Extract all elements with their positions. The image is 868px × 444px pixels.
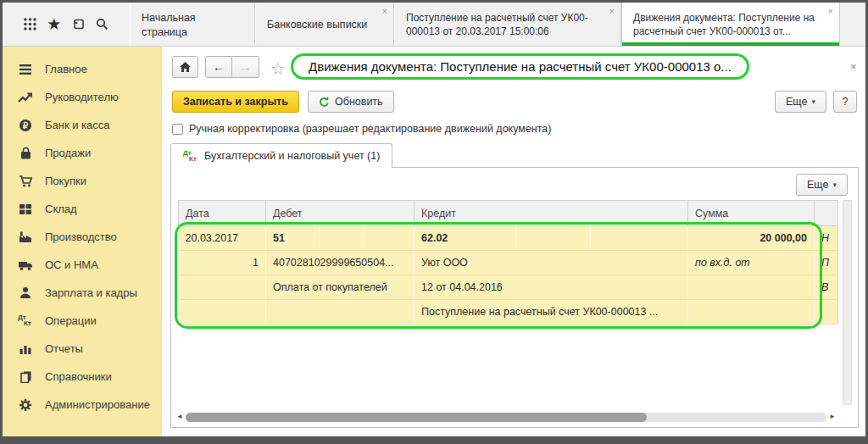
search-icon[interactable] <box>94 16 111 33</box>
sidebar-item-main[interactable]: Главное <box>3 55 161 83</box>
trend-icon <box>16 90 35 105</box>
forward-icon: → <box>240 60 252 74</box>
sidebar-item-label: Главное <box>45 63 87 75</box>
cell-date-current[interactable]: 20.03.2017 <box>179 226 266 251</box>
cell-empty[interactable] <box>266 300 415 325</box>
person-icon <box>16 286 35 301</box>
boxes-icon <box>16 202 35 217</box>
scroll-left-icon[interactable]: ◄ <box>176 413 183 420</box>
vertical-scrollbar[interactable] <box>843 200 852 405</box>
cell-sum[interactable]: 20 000,00 <box>688 226 815 251</box>
sidebar-item-manager[interactable]: Руководителю <box>3 83 161 111</box>
save-and-close-button[interactable]: Записать и закрыть <box>172 91 299 113</box>
cell-empty[interactable] <box>815 300 838 325</box>
cell-debit-analytics[interactable]: Оплата от покупателей <box>266 275 415 300</box>
cell-flag[interactable]: П <box>815 251 838 275</box>
svg-text:₽: ₽ <box>23 120 29 130</box>
sidebar-item-fixed-assets[interactable]: ОС и НМА <box>3 251 161 279</box>
cell-line-number[interactable]: 1 <box>179 251 266 275</box>
tab-close-icon[interactable]: × <box>828 7 833 16</box>
scroll-right-icon[interactable]: ► <box>829 413 836 420</box>
cell-flag[interactable]: Н <box>815 226 838 251</box>
tab-label: Движения документа: Поступление на расче… <box>633 12 817 38</box>
cell-empty[interactable] <box>516 226 591 251</box>
sidebar-item-bank-cash[interactable]: ₽ Банк и касса <box>3 111 161 139</box>
cell-empty[interactable] <box>179 300 266 325</box>
cell-debit-account[interactable]: 51 <box>266 226 320 251</box>
table-row[interactable]: Оплата от покупателей 12 от 04.04.2016 В <box>179 275 838 300</box>
column-header-credit: Кредит <box>415 201 688 226</box>
tab-label: Бухгалтерский и налоговый учет (1) <box>204 150 380 162</box>
refresh-button[interactable]: Обновить <box>308 91 394 113</box>
sidebar-item-label: Отчеты <box>45 342 83 355</box>
favorite-toggle-icon[interactable]: ☆ <box>270 58 286 79</box>
tab-bank-statements[interactable]: Банковские выписки × <box>255 3 394 46</box>
sidebar-item-purchases[interactable]: Покупки <box>3 167 161 195</box>
sidebar-item-label: Руководителю <box>45 91 119 103</box>
cell-empty[interactable] <box>688 300 815 325</box>
dtkt-icon: Дт Кт <box>183 150 198 163</box>
cell-empty[interactable] <box>688 275 815 300</box>
ruble-icon: ₽ <box>16 118 35 133</box>
sidebar-item-payroll-hr[interactable]: Зарплата и кадры <box>3 279 161 307</box>
forward-button[interactable]: → <box>232 56 259 78</box>
cell-debit-analytics[interactable]: 4070281029999650504... <box>266 251 415 275</box>
cell-credit-analytics[interactable]: Поступление на расчетный счет УК00-00001… <box>415 300 688 325</box>
more-button[interactable]: Еще ▾ <box>775 91 826 113</box>
sidebar-item-label: Зарплата и кадры <box>45 286 137 299</box>
sidebar-item-sales[interactable]: Продажи <box>3 139 161 167</box>
table-row[interactable]: 1 4070281029999650504... Уют ООО по вх.д… <box>179 251 838 275</box>
cell-sum-note[interactable]: по вх.д. от <box>688 251 815 275</box>
sidebar-item-label: ОС и НМА <box>45 258 98 271</box>
sidebar-item-label: Справочники <box>45 370 112 383</box>
sidebar-item-label: Операции <box>45 314 97 327</box>
cart-icon <box>16 174 35 189</box>
cell-credit-analytics[interactable]: 12 от 04.04.2016 <box>415 275 688 300</box>
sidebar-item-warehouse[interactable]: Склад <box>3 195 161 223</box>
cell-flag[interactable]: В <box>815 275 838 300</box>
sidebar-item-administration[interactable]: Администрирование <box>3 391 161 419</box>
sidebar-item-reports[interactable]: Отчеты <box>3 335 161 363</box>
cell-empty[interactable] <box>591 226 688 251</box>
sidebar-item-label: Администрирование <box>45 398 150 411</box>
tab-accounting-tax[interactable]: Дт Кт Бухгалтерский и налоговый учет (1) <box>170 143 392 168</box>
quick-toolbar: ★ <box>3 3 130 46</box>
favorites-star-icon[interactable]: ★ <box>46 16 63 33</box>
cell-empty[interactable] <box>179 275 266 300</box>
menu-icon <box>16 62 35 77</box>
back-button[interactable]: ← <box>205 56 232 78</box>
manual-adjustment-label: Ручная корректировка (разрешает редактир… <box>189 123 551 135</box>
sidebar-item-label: Производство <box>45 230 117 243</box>
refresh-label: Обновить <box>335 96 383 108</box>
factory-icon <box>16 230 35 245</box>
scrollbar-thumb[interactable] <box>186 413 647 422</box>
tab-document-movements[interactable]: Движения документа: Поступление на расче… <box>621 3 840 46</box>
sidebar-item-label: Продажи <box>45 147 91 159</box>
sidebar-item-production[interactable]: Производство <box>3 223 161 251</box>
cell-empty[interactable] <box>364 226 415 251</box>
scrollbar-track[interactable] <box>186 413 826 422</box>
table-row[interactable]: 20.03.2017 51 62.02 20 000,00 Н <box>179 226 838 251</box>
apps-grid-icon[interactable] <box>21 16 38 33</box>
history-icon[interactable] <box>70 16 86 33</box>
tab-receipt-document[interactable]: Поступление на расчетный счет УК00-00001… <box>394 3 621 46</box>
nav-row: ← → ☆ Движения документа: Поступление на… <box>162 53 865 82</box>
tab-label: Начальная страница <box>142 11 232 39</box>
manual-adjustment-checkbox[interactable] <box>172 124 183 135</box>
sidebar-item-operations[interactable]: ДтКт Операции <box>3 307 161 335</box>
column-header-date: Дата <box>179 201 266 226</box>
home-button[interactable] <box>172 56 198 78</box>
sidebar: Главное Руководителю ₽ Банк и касса Прод… <box>3 47 162 436</box>
cell-credit-account[interactable]: 62.02 <box>415 226 516 251</box>
window-close-icon[interactable]: × <box>850 60 857 73</box>
help-button[interactable]: ? <box>833 91 857 113</box>
tab-home-page[interactable]: Начальная страница <box>130 3 255 46</box>
cell-credit-analytics[interactable]: Уют ООО <box>415 251 688 275</box>
cell-empty[interactable] <box>320 226 364 251</box>
tab-close-icon[interactable]: × <box>382 7 387 16</box>
dtkt-icon: ДтКт <box>16 314 35 329</box>
sidebar-item-directories[interactable]: Справочники <box>3 363 161 391</box>
tab-close-icon[interactable]: × <box>609 7 615 16</box>
table-more-button[interactable]: Еще ▾ <box>796 174 848 196</box>
table-row[interactable]: Поступление на расчетный счет УК00-00001… <box>179 300 838 325</box>
